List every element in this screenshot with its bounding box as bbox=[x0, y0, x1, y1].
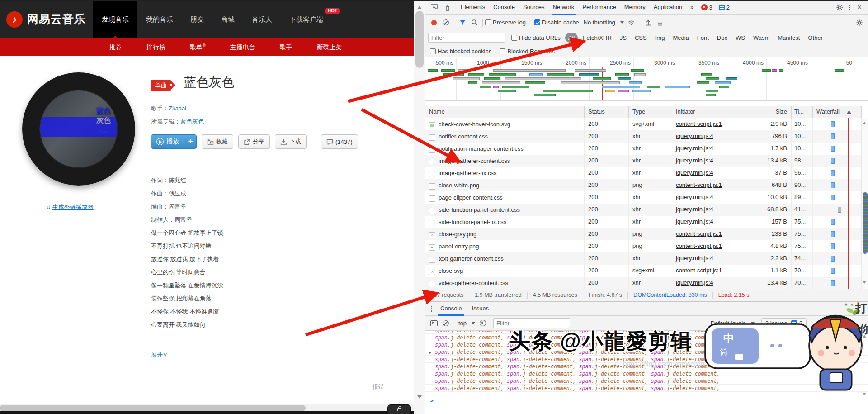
console-filter-input[interactable] bbox=[493, 318, 570, 328]
close-devtools-icon[interactable]: × bbox=[854, 2, 865, 13]
network-request-row[interactable]: close.svg 200 svg+xml content-script.js:… bbox=[425, 265, 862, 277]
settings-gear-icon[interactable] bbox=[834, 2, 845, 13]
main-nav-item[interactable]: 发现音乐 bbox=[93, 0, 137, 38]
sub-nav-item[interactable]: 排行榜 bbox=[134, 43, 178, 52]
network-request-row[interactable]: side-function-panel-fix.css 200 xhr jque… bbox=[425, 216, 862, 228]
sub-nav-item[interactable]: 歌手 bbox=[268, 43, 305, 52]
request-type-filter[interactable]: Media bbox=[670, 33, 692, 43]
main-nav-item[interactable]: 音乐人 bbox=[243, 0, 281, 38]
request-type-filter[interactable]: All bbox=[565, 33, 578, 43]
request-type-filter[interactable]: Doc bbox=[714, 33, 731, 43]
request-type-filter[interactable]: Img bbox=[652, 33, 668, 43]
devtools-tab[interactable]: Network bbox=[549, 0, 579, 15]
expand-lyrics-link[interactable]: 展开∨ bbox=[151, 351, 168, 359]
initiator-link[interactable]: jquery.min.js:4 bbox=[676, 255, 713, 262]
column-header-time[interactable]: Ti... bbox=[792, 106, 813, 118]
preserve-log-checkbox[interactable] bbox=[485, 19, 491, 25]
console-log-line[interactable]: span.j-delete-comment, span.j-delete-com… bbox=[425, 377, 868, 385]
record-network-log-icon[interactable] bbox=[428, 17, 440, 28]
table-scroll-up-arrow[interactable] bbox=[863, 120, 866, 124]
table-scroll-thumb[interactable] bbox=[863, 192, 868, 254]
live-expression-eye-icon[interactable] bbox=[477, 318, 489, 328]
vscroll-thumb[interactable] bbox=[415, 11, 424, 68]
network-conditions-icon[interactable] bbox=[626, 17, 637, 28]
sub-nav-item[interactable]: 歌单® bbox=[178, 43, 218, 52]
initiator-link[interactable]: content-script.js:1 bbox=[676, 120, 722, 127]
clear-network-log-icon[interactable] bbox=[440, 17, 452, 28]
initiator-link[interactable]: jquery.min.js:4 bbox=[676, 157, 713, 164]
hscroll-thumb[interactable] bbox=[0, 405, 306, 411]
network-request-row[interactable]: notification-manager-content.css 200 xhr… bbox=[425, 143, 862, 155]
console-messages-badge[interactable]: 2 bbox=[716, 4, 733, 11]
console-log-line[interactable]: ▶span.j-delete-comment, span.j-delete-co… bbox=[425, 348, 868, 356]
has-blocked-cookies-checkbox[interactable] bbox=[430, 48, 436, 54]
request-type-filter[interactable]: Fetch/XHR bbox=[580, 33, 615, 43]
column-header-name[interactable]: Name bbox=[425, 106, 585, 118]
artist-link[interactable]: Zkaaai bbox=[169, 105, 186, 112]
blocked-requests-checkbox[interactable] bbox=[500, 48, 505, 54]
devtools-tab[interactable]: Performance bbox=[578, 0, 620, 15]
import-har-icon[interactable] bbox=[642, 17, 654, 28]
request-type-filter[interactable]: JS bbox=[617, 33, 630, 43]
table-scroll-down-arrow[interactable] bbox=[863, 281, 866, 286]
request-type-filter[interactable]: Manifest bbox=[774, 33, 803, 43]
throttling-select[interactable]: No throttling bbox=[584, 19, 615, 26]
sub-nav-item[interactable]: 主播电台 bbox=[218, 43, 268, 52]
hide-data-urls-checkbox[interactable] bbox=[511, 35, 517, 41]
initiator-link[interactable]: content-script.js:1 bbox=[676, 267, 722, 274]
page-vertical-scrollbar[interactable] bbox=[414, 0, 425, 414]
execution-context-select[interactable]: top bbox=[458, 320, 467, 327]
more-tabs-button[interactable]: » bbox=[686, 0, 698, 15]
devtools-tab[interactable]: Application bbox=[650, 0, 687, 15]
network-request-row[interactable]: page-clipper-content.css 200 xhr jquery.… bbox=[425, 191, 862, 204]
disable-cache-checkbox[interactable] bbox=[534, 19, 540, 25]
network-request-row[interactable]: close-white.png 200 png content-script.j… bbox=[425, 179, 862, 191]
main-nav-item[interactable]: 朋友 bbox=[182, 0, 212, 38]
network-request-row[interactable]: image-gatherer-content.css 200 xhr jquer… bbox=[425, 155, 862, 167]
drawer-tab[interactable]: Issues bbox=[467, 302, 494, 316]
drawer-menu-icon[interactable] bbox=[427, 304, 435, 313]
network-request-row[interactable]: panel-entry.png 200 png content-script.j… bbox=[425, 240, 862, 252]
sub-nav-item[interactable]: 推荐 bbox=[97, 43, 134, 52]
initiator-link[interactable]: content-script.js:1 bbox=[676, 243, 722, 249]
column-header-type[interactable]: Type bbox=[629, 106, 672, 118]
filter-funnel-icon[interactable] bbox=[457, 17, 468, 28]
request-type-filter[interactable]: Other bbox=[805, 33, 826, 43]
initiator-link[interactable]: jquery.min.js:4 bbox=[676, 279, 713, 286]
initiator-link[interactable]: content-script.js:1 bbox=[676, 230, 722, 237]
initiator-link[interactable]: jquery.min.js:4 bbox=[676, 194, 713, 200]
request-type-filter[interactable]: Font bbox=[694, 33, 712, 43]
comments-button[interactable]: (1437) bbox=[321, 134, 358, 149]
network-request-row[interactable]: side-function-panel-content.css 200 xhr … bbox=[425, 204, 862, 216]
console-scroll-up-arrow[interactable] bbox=[863, 333, 866, 338]
devtools-menu-icon[interactable] bbox=[845, 3, 854, 12]
initiator-link[interactable]: jquery.min.js:4 bbox=[676, 218, 713, 225]
request-type-filter[interactable]: Wasm bbox=[750, 33, 773, 43]
request-type-filter[interactable]: WS bbox=[732, 33, 748, 43]
request-type-filter[interactable]: CSS bbox=[632, 33, 650, 43]
search-icon[interactable] bbox=[468, 17, 480, 28]
column-header-initiator[interactable]: Initiator bbox=[672, 106, 745, 118]
scroll-down-arrow[interactable] bbox=[417, 395, 422, 401]
initiator-link[interactable]: jquery.min.js:4 bbox=[676, 133, 713, 139]
export-har-icon[interactable] bbox=[654, 17, 666, 28]
column-header-status[interactable]: Status bbox=[585, 106, 629, 118]
devtools-tab[interactable]: Memory bbox=[620, 0, 650, 15]
generate-outchain-player-link[interactable]: ♫生成外链播放器 bbox=[46, 203, 94, 211]
console-log-line[interactable]: span.j-delete-comment, span.j-delete-com… bbox=[425, 334, 868, 341]
network-filter-input[interactable] bbox=[428, 33, 505, 43]
site-logo[interactable]: ♪ 网易云音乐 bbox=[0, 0, 93, 38]
favorite-button[interactable]: 收藏 bbox=[202, 134, 233, 149]
timeline-overview[interactable]: 500 ms1000 ms1500 ms2000 ms2500 ms3000 m… bbox=[425, 57, 868, 101]
devtools-tab[interactable]: Console bbox=[489, 0, 519, 15]
network-request-row[interactable]: close-gray.png 200 png content-script.js… bbox=[425, 228, 862, 240]
play-button[interactable]: 播放 bbox=[151, 135, 184, 148]
console-scroll-down-arrow[interactable] bbox=[863, 393, 866, 397]
main-nav-item[interactable]: 商城 bbox=[212, 0, 243, 38]
network-request-row[interactable]: video-gatherer-content.css 200 xhr jquer… bbox=[425, 277, 862, 289]
expand-triangle-icon[interactable]: ▶ bbox=[429, 349, 435, 356]
initiator-link[interactable]: content-script.js:1 bbox=[676, 181, 722, 188]
network-request-row[interactable]: notifier-content.css 200 xhr jquery.min.… bbox=[425, 130, 862, 143]
console-log-line[interactable]: span.j-delete-comment, span.j-delete-com… bbox=[425, 341, 868, 348]
album-link[interactable]: 蓝色灰色 bbox=[180, 118, 204, 125]
